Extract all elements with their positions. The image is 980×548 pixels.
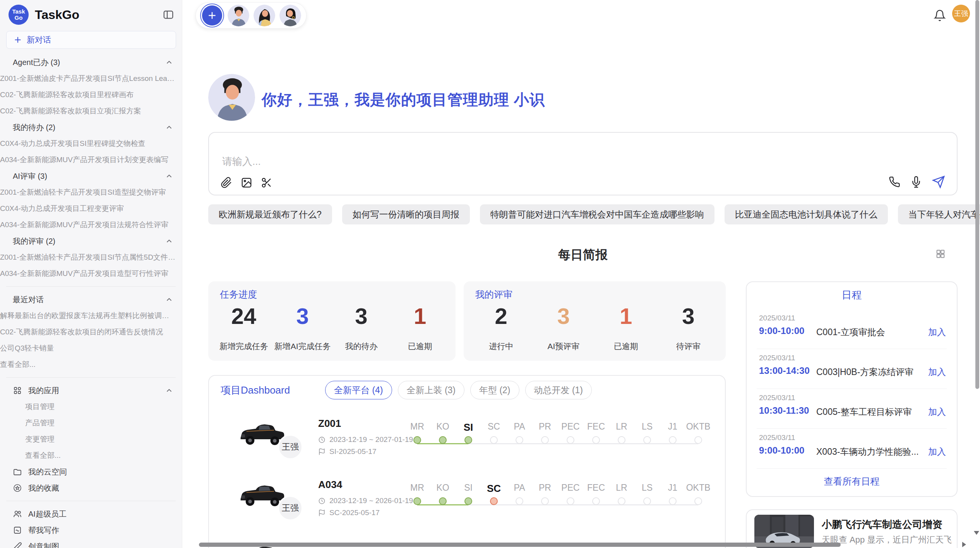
divider: [6, 286, 176, 287]
milestone-label: PR: [539, 483, 551, 494]
view-all-apps-link[interactable]: 查看全部...: [0, 447, 182, 464]
app-link-change-mgmt[interactable]: 变更管理: [0, 431, 182, 447]
image-icon: [241, 177, 252, 188]
milestone-cell: PR: [532, 413, 558, 474]
agent-avatar[interactable]: [254, 5, 275, 26]
recent-chat-item[interactable]: C02-飞腾新能源轻客改款项目的闭环通告反馈情况: [0, 324, 182, 340]
sidebar-item-ai-super-staff[interactable]: AI超级员工: [0, 506, 182, 522]
news-card[interactable]: 小鹏飞行汽车制造公司增资 天眼查 App 显示，近日广州汇天飞行汽...: [746, 509, 958, 548]
filter-pill[interactable]: 全新上装 (3): [398, 381, 465, 399]
suggestion-chip[interactable]: 当下年轻人对汽车外观有怎样的喜好趋势: [898, 204, 980, 224]
screenshot-button[interactable]: [261, 177, 272, 188]
suggestion-chip[interactable]: 如何写一份清晰的项目周报: [342, 204, 470, 224]
sidebar-item[interactable]: C02-飞腾新能源轻客改款项目里程碑画布: [0, 87, 182, 103]
users-icon: [13, 509, 22, 519]
sidebar-group-agent-done[interactable]: Agent已办 (3): [0, 54, 182, 70]
sidebar-item-favorites[interactable]: 我的收藏: [0, 480, 182, 496]
scroll-right-arrow-icon[interactable]: [962, 542, 966, 547]
sidebar-item[interactable]: Z001-全新燃油轻卡产品开发项目SI节点属性5D文件评审: [0, 249, 182, 265]
sidebar-item-label: AI超级员工: [28, 509, 173, 519]
suggestion-chip[interactable]: 欧洲新规最近颁布了什么?: [208, 204, 332, 224]
filter-pill[interactable]: 年型 (2): [470, 381, 519, 399]
milestone-label: OKTB: [686, 421, 711, 433]
view-all-schedule-link[interactable]: 查看所有日程: [747, 475, 957, 488]
sidebar-item-creative-drawing[interactable]: 创意制图: [0, 538, 182, 548]
sidebar-item[interactable]: C02-飞腾新能源轻客改款项目立项汇报方案: [0, 103, 182, 119]
news-snippet: 天眼查 App 显示，近日广州汇天飞行汽...: [822, 534, 951, 546]
suggestion-chip[interactable]: 比亚迪全固态电池计划具体说了什么: [725, 204, 888, 224]
schedule-time: 13:00-14:30: [759, 365, 810, 376]
recent-chat-item[interactable]: 公司Q3轻卡销量: [0, 340, 182, 356]
view-all-chats-link[interactable]: 查看全部...: [0, 356, 182, 373]
stat-label: 新增AI完成任务: [273, 341, 332, 352]
user-avatar[interactable]: 王强: [952, 5, 970, 22]
sidebar-item[interactable]: Z001-全新燃油皮卡产品开发项目SI节点Lesson Learn报告: [0, 70, 182, 87]
notification-bell-icon[interactable]: [934, 9, 946, 22]
agent-avatar[interactable]: [279, 5, 301, 26]
recent-chat-item[interactable]: 解释最新出台的欧盟报废车法规再生塑料比例被调至15%...: [0, 308, 182, 324]
milestone-dot: [464, 436, 472, 444]
sidebar-item[interactable]: A034-全新新能源MUV产品开发项目法规符合性评审: [0, 217, 182, 233]
owner-badge: 王强: [278, 496, 303, 521]
sidebar-group-my-todo[interactable]: 我的待办 (2): [0, 119, 182, 135]
sidebar-item-help-me-write[interactable]: 帮我写作: [0, 522, 182, 538]
milestone-label: SC: [488, 421, 500, 433]
sidebar-item[interactable]: C0X4-动力总成开发项目工程变更评审: [0, 200, 182, 217]
project-row[interactable]: 王强 A034 2023-12-19 ~ 2026-01-19 SC-2025-…: [209, 474, 725, 535]
panel-collapse-icon[interactable]: [163, 9, 174, 21]
microphone-button[interactable]: [910, 176, 922, 188]
milestone-label: LS: [642, 483, 653, 494]
sidebar-group-recent-chats[interactable]: 最近对话: [0, 291, 182, 308]
attach-file-button[interactable]: [221, 177, 232, 188]
scroll-down-arrow-icon[interactable]: [974, 531, 979, 535]
new-chat-label: 新对话: [27, 34, 51, 45]
vertical-scrollbar-thumb[interactable]: [975, 0, 979, 389]
app-link-project-mgmt[interactable]: 项目管理: [0, 399, 182, 415]
sidebar-group-ai-review[interactable]: AI评审 (3): [0, 168, 182, 184]
milestone-dot: [643, 497, 651, 505]
schedule-date: 2025/03/11: [759, 433, 795, 442]
stat: 1 已逾期: [595, 301, 657, 352]
join-meeting-link[interactable]: 加入: [928, 406, 946, 418]
sidebar: Task Go TaskGo 新对话 Agent已办 (3) Z001-全新燃油…: [0, 0, 182, 548]
filter-pill[interactable]: 动总开发 (1): [525, 381, 592, 399]
plus-icon: [14, 36, 22, 44]
cloud-space-icon: [13, 467, 22, 476]
sidebar-item-my-apps[interactable]: 我的应用: [0, 382, 182, 399]
filter-pill[interactable]: 全新平台 (4): [325, 381, 392, 399]
sidebar-item-cloud-space[interactable]: 我的云空间: [0, 464, 182, 480]
message-input[interactable]: [221, 155, 571, 168]
horizontal-scrollbar-thumb[interactable]: [199, 543, 841, 547]
app-link-product-mgmt[interactable]: 产品管理: [0, 415, 182, 431]
app-title: TaskGo: [35, 8, 163, 22]
sidebar-item[interactable]: A034-全新新能源MUV产品开发项目造型可行性评审: [0, 265, 182, 282]
milestone-dot: [413, 436, 421, 444]
milestone-cell: J1: [660, 474, 685, 535]
sidebar-item[interactable]: Z001-全新燃油轻卡产品开发项目SI造型提交物评审: [0, 184, 182, 200]
join-meeting-link[interactable]: 加入: [928, 366, 946, 378]
voice-call-button[interactable]: [889, 176, 900, 188]
send-button[interactable]: [932, 175, 945, 188]
agent-avatar[interactable]: [228, 5, 249, 26]
add-agent-button[interactable]: [202, 5, 222, 26]
schedule-time: 9:00-10:00: [759, 325, 804, 336]
milestone-dot: [516, 497, 523, 505]
layout-grid-icon[interactable]: [935, 248, 946, 259]
milestone-cell: PEC: [558, 413, 583, 474]
schedule-item: 2025/03/11 9:00-10:00 C001-立项审批会 加入: [747, 309, 957, 349]
join-meeting-link[interactable]: 加入: [928, 326, 946, 338]
milestone-label: LR: [616, 421, 627, 433]
new-chat-button[interactable]: 新对话: [6, 31, 176, 49]
chevron-up-icon: [165, 58, 173, 67]
suggestion-chip[interactable]: 特朗普可能对进口汽车增税会对中国车企造成哪些影响: [480, 204, 714, 224]
project-row[interactable]: 王强 Z001 2023-12-19 ~ 2027-01-19 SI-2025-…: [209, 413, 725, 474]
sidebar-item[interactable]: C0X4-动力总成开发项目SI里程碑提交物检查: [0, 135, 182, 152]
daily-briefing-header: 每日简报: [208, 246, 958, 263]
stat: 3 新增AI完成任务: [273, 301, 332, 352]
sidebar-group-my-review[interactable]: 我的评审 (2): [0, 233, 182, 249]
join-meeting-link[interactable]: 加入: [928, 446, 946, 458]
insert-image-button[interactable]: [241, 177, 252, 188]
sidebar-item[interactable]: A034-全新新能源MUV产品开发项目计划变更表编写: [0, 152, 182, 168]
divider: [757, 468, 947, 469]
stat-value: 3: [273, 301, 332, 331]
